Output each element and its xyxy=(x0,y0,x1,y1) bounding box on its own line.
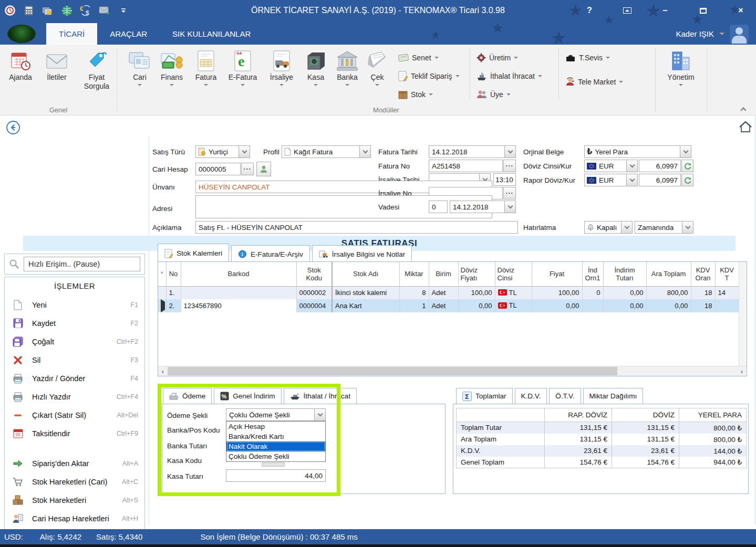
tab-odeme[interactable]: Ödeme xyxy=(163,388,212,404)
vadesi-gun-input[interactable] xyxy=(429,201,448,213)
cari-hesap-input[interactable] xyxy=(195,163,241,175)
profil-select[interactable]: Kağıt Fatura xyxy=(282,145,371,158)
kasa-tutari-input[interactable] xyxy=(226,469,326,482)
dropdown-option-selected[interactable]: Nakit Olarak xyxy=(226,441,325,451)
ribbon-item-finans[interactable]: Finans xyxy=(154,45,189,102)
sidebar-item-hizli-yazdir[interactable]: Hızlı YazdırCtrl+F4 xyxy=(5,387,144,406)
tab-sik-kullanilanlar[interactable]: SIK KULLANILANLAR xyxy=(160,23,263,45)
ribbon-item-uye[interactable]: Üye xyxy=(477,87,554,102)
scroll-right-icon[interactable]: › xyxy=(737,366,747,376)
tab-ticari[interactable]: TİCARİ xyxy=(46,23,97,45)
installment-calendar-icon xyxy=(12,428,24,438)
ribbon-item-fatura[interactable]: Fatura xyxy=(189,45,223,102)
sidebar-item-sil[interactable]: SilF3 xyxy=(5,351,144,369)
sidebar-item-cari-hesap-hareketleri[interactable]: Cari Hesap HareketleriAlt+H xyxy=(5,509,144,528)
ribbon-item-ithalat-ihracat[interactable]: İthalat İhracat xyxy=(477,68,554,84)
sidebar-item-yeni[interactable]: YeniF1 xyxy=(5,296,144,314)
tab-otv[interactable]: Ö.T.V. xyxy=(549,388,581,404)
ribbon-group-moduller: Modüller xyxy=(118,106,655,114)
dropdown-resize-grip[interactable] xyxy=(262,462,285,467)
ribbon-item-cari[interactable]: Cari xyxy=(125,45,154,102)
tab-araclar[interactable]: ARAÇLAR xyxy=(97,23,160,45)
sidebar-item-yazdir-gonder[interactable]: Yazdır / GönderF4 xyxy=(5,369,144,387)
hatirlatma-select[interactable]: Kapalı xyxy=(584,221,633,234)
sidebar-item-cikart-satir-sil[interactable]: Çıkart (Satır Sil)Alt+Del xyxy=(5,406,144,424)
ribbon-item-uretim[interactable]: Üretim xyxy=(477,50,554,66)
doviz-cinsi-select[interactable]: EUR xyxy=(584,160,638,172)
irsaliye-saat-input[interactable] xyxy=(493,173,516,186)
fatura-no-input[interactable] xyxy=(429,160,503,172)
fatura-no-lookup-button[interactable]: ··· xyxy=(503,160,516,172)
ribbon-item-banka[interactable]: Banka xyxy=(331,45,364,102)
tab-e-fatura-e-arsiv[interactable]: i E-Fatura/E-Arşiv xyxy=(231,245,310,262)
tele-market-icon xyxy=(565,77,575,87)
cari-hesap-lookup-button[interactable]: ··· xyxy=(241,163,254,175)
chevron-down-icon xyxy=(455,75,460,79)
ribbon-item-teklif-siparis[interactable]: Teklif Sipariş xyxy=(398,68,465,84)
refresh-rate-button[interactable] xyxy=(681,174,693,186)
vadesi-tarih-select[interactable]: 14.12.2018 xyxy=(450,201,516,213)
avatar[interactable] xyxy=(730,25,749,44)
dropdown-option[interactable]: Banka/Kredi Kartı xyxy=(226,432,325,441)
scrollbar-thumb[interactable] xyxy=(168,367,617,375)
ribbon-item-fiyat-sorgula[interactable]: Fiyat Sorgula xyxy=(77,45,117,91)
tab-ithalat-ihracat[interactable]: İthalat / İhracat xyxy=(284,388,357,404)
tab-toplamlar[interactable]: Σ Toplamlar xyxy=(456,388,513,404)
tab-irsaliye-bilgisi-ve-notlar[interactable]: İrsaliye Bilgisi ve Notlar xyxy=(312,245,412,262)
rapor-doviz-select[interactable]: EUR xyxy=(584,174,638,186)
sidebar-item-stok-hareketleri-cari[interactable]: Stok Hareketleri (Cari)Alt+C xyxy=(5,472,144,491)
sidebar-item-cogalt[interactable]: ÇoğaltCtrl+F2 xyxy=(5,332,144,351)
ribbon-collapse-button[interactable] xyxy=(741,107,748,111)
dropdown-option[interactable]: Çoklu Ödeme Şekli xyxy=(226,451,325,461)
ribbon-item-stok[interactable]: Stok xyxy=(398,87,465,102)
sidebar-item-kaydet[interactable]: KaydetF2 xyxy=(5,314,144,332)
stock-items-grid[interactable]: * No Barkod Stok Kodu Stok Adı Miktar Bi… xyxy=(158,261,747,376)
scroll-left-icon[interactable]: ‹ xyxy=(158,366,168,376)
maximize-button[interactable] xyxy=(697,5,709,16)
close-button[interactable]: × xyxy=(735,5,747,16)
tab-genel-indirim[interactable]: % Genel İndirim xyxy=(214,388,281,404)
ribbon-item-t-sevis[interactable]: T.Sevis xyxy=(565,50,639,66)
minimize-button[interactable]: – xyxy=(659,5,671,16)
ribbon-item-e-fatura[interactable]: GAe E-Fatura xyxy=(223,45,263,102)
satis-turu-select[interactable]: Yurtiçi xyxy=(195,145,250,158)
orjinal-belge-select[interactable]: ₺ Yerel Para xyxy=(584,145,691,158)
doviz-kur-input[interactable] xyxy=(639,160,681,172)
table-row-selected[interactable]: 2. 1234567890 0000004 Ana Kart 1 Adet 0,… xyxy=(158,299,739,312)
cari-person-button[interactable] xyxy=(256,162,271,176)
tab-kdv[interactable]: K.D.V. xyxy=(515,388,547,404)
ribbon-item-ajanda[interactable]: Ajanda xyxy=(4,45,37,91)
ribbon-item-kasa[interactable]: Kasa xyxy=(301,45,331,102)
user-menu[interactable]: Kader IŞIK xyxy=(676,23,749,45)
refresh-rate-button[interactable] xyxy=(681,160,693,172)
ribbon-item-yonetim[interactable]: Yönetim xyxy=(659,45,702,115)
aciklama-input[interactable] xyxy=(195,221,518,234)
hatirlatma-zaman-select[interactable]: Zamanında xyxy=(635,221,693,234)
ribbon-item-iletiler[interactable]: İletiler xyxy=(40,45,74,91)
fatura-tarihi-select[interactable]: 14.12.2018 xyxy=(429,145,516,158)
sidebar-item-taksitlendir[interactable]: TaksitlendirCtrl+F9 xyxy=(5,424,144,443)
tab-stok-kalemleri[interactable]: Stok Kalemleri xyxy=(158,244,229,262)
ribbon-item-irsaliye[interactable]: İrsaliye xyxy=(263,45,301,102)
ribbon-item-tele-market[interactable]: Tele Market xyxy=(565,74,639,90)
sidebar-item-siparisden-aktar[interactable]: Sipariş'den AktarAlt+A xyxy=(5,454,144,472)
dropdown-option[interactable]: Açık Hesap xyxy=(226,422,325,432)
table-row[interactable]: 1. 0000002 İkinci stok kalemi 8 Adet 100… xyxy=(158,286,739,299)
home-icon[interactable] xyxy=(739,121,752,133)
adresi-input[interactable] xyxy=(195,195,492,218)
help-button[interactable]: ? xyxy=(584,5,595,16)
ribbon-item-cek[interactable]: Çek xyxy=(364,45,391,102)
grid-horizontal-scrollbar[interactable]: ‹ › xyxy=(158,366,747,376)
back-button[interactable] xyxy=(6,120,20,135)
irsaliye-no-lookup-button[interactable]: ··· xyxy=(503,187,516,199)
tab-miktar-dagilimi[interactable]: Miktar Dağılımı xyxy=(583,388,644,404)
rapor-kur-input[interactable] xyxy=(639,174,681,186)
sidebar-item-stok-hareketleri[interactable]: Stok HareketleriAlt+S xyxy=(5,491,144,509)
ribbon-item-senet[interactable]: Senet xyxy=(398,50,465,66)
promissory-note-icon xyxy=(398,54,409,62)
odeme-sekli-select[interactable]: Çoklu Ödeme Şekli xyxy=(226,408,326,421)
window-restore-icon[interactable] xyxy=(622,5,633,16)
grid-vertical-scrollbar[interactable] xyxy=(739,262,747,366)
new-page-icon xyxy=(12,300,24,310)
search-input[interactable] xyxy=(24,257,140,271)
